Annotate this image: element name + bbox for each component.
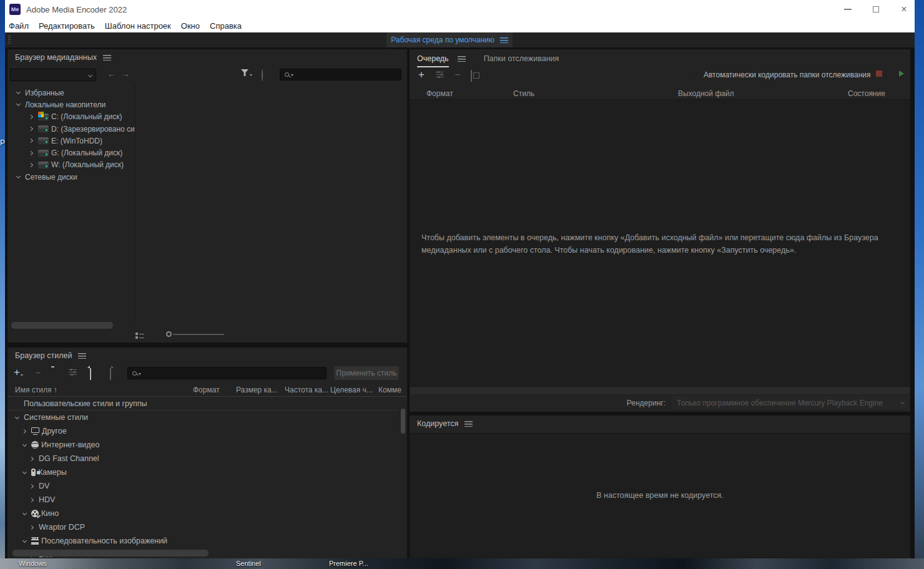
tree-item[interactable]: Пользовательские стили и группы — [7, 397, 398, 411]
minimize-icon — [844, 9, 852, 10]
chevron-expanded-icon[interactable] — [14, 173, 22, 182]
chevron-collapsed-icon[interactable] — [27, 125, 36, 134]
vertical-scrollbar[interactable] — [401, 409, 405, 434]
column-header-target-rate[interactable]: Целевая ч... — [330, 386, 373, 394]
chevron-collapsed-icon[interactable] — [27, 137, 36, 145]
column-header-preset[interactable]: Стиль — [513, 89, 534, 98]
renderer-dropdown[interactable]: Только программное обеспечение Mercury P… — [672, 396, 909, 409]
filter-button[interactable] — [241, 69, 252, 77]
chevron-collapsed-icon[interactable] — [27, 160, 36, 169]
remove-item-button[interactable]: − — [455, 70, 460, 80]
chevron-collapsed-icon[interactable] — [20, 427, 29, 435]
chevron-expanded-icon[interactable] — [14, 89, 22, 97]
close-button[interactable]: × — [890, 0, 915, 19]
chevron-collapsed-icon[interactable] — [27, 482, 36, 490]
panel-menu-icon[interactable] — [103, 55, 111, 61]
caret-down-icon — [21, 374, 23, 377]
view-options-icon[interactable] — [262, 69, 263, 81]
menu-preset[interactable]: Шаблон настроек — [105, 21, 171, 31]
menu-file[interactable]: Файл — [9, 21, 29, 31]
horizontal-scrollbar[interactable] — [11, 322, 113, 329]
renderer-value: Только программное обеспечение Mercury P… — [677, 399, 883, 407]
column-header-frame-size[interactable]: Размер ка... — [236, 386, 278, 394]
tree-item[interactable]: Wraptor DCP — [7, 520, 398, 534]
zoom-slider-track[interactable] — [173, 334, 224, 335]
export-preset-icon[interactable] — [110, 368, 111, 380]
tree-item[interactable]: Кино — [7, 507, 398, 520]
chevron-collapsed-icon[interactable] — [27, 523, 36, 532]
add-source-button[interactable]: + — [418, 69, 425, 80]
preset-browser-header: Браузер стилей — [7, 348, 407, 364]
column-header-output-file[interactable]: Выходной файл — [678, 89, 734, 98]
stop-queue-button[interactable] — [876, 71, 882, 77]
tab-watch-folders[interactable]: Папки отслеживания — [484, 54, 559, 63]
column-header-comment[interactable]: Комме — [378, 386, 401, 394]
menu-window[interactable]: Окно — [181, 21, 200, 31]
workspace-tab-default[interactable]: Рабочая среда по умолчанию — [386, 32, 513, 47]
desktop-icon-label-partial: P — [0, 139, 5, 147]
tree-item[interactable]: Другое — [7, 424, 398, 438]
location-dropdown[interactable] — [10, 69, 96, 81]
forward-button[interactable]: → — [120, 69, 131, 79]
tree-item[interactable]: Избранные — [7, 87, 135, 99]
chevron-collapsed-icon[interactable] — [27, 148, 36, 157]
tree-item[interactable]: W: (Локальный диск) — [7, 159, 135, 171]
horizontal-scrollbar[interactable] — [410, 387, 910, 394]
menu-help[interactable]: Справка — [210, 21, 242, 31]
chevron-expanded-icon[interactable] — [12, 413, 21, 422]
tree-item[interactable]: D: (Зарезервировано сис — [7, 123, 135, 135]
chevron-expanded-icon[interactable] — [20, 468, 29, 477]
delete-preset-button[interactable]: − — [35, 368, 41, 378]
add-preset-button[interactable]: + — [14, 367, 23, 377]
panel-menu-icon[interactable] — [458, 56, 466, 62]
preset-settings-icon[interactable] — [69, 369, 77, 376]
tree-item[interactable]: Интернет-видео — [7, 438, 398, 452]
duplicate-icon[interactable] — [471, 70, 472, 82]
apply-preset-button[interactable]: Применить стиль — [334, 366, 399, 380]
tree-item[interactable]: HDV — [7, 493, 398, 507]
chevron-collapsed-icon[interactable] — [27, 495, 36, 504]
list-view-icon[interactable] — [135, 332, 144, 339]
maximize-button[interactable] — [862, 0, 890, 19]
chevron-expanded-icon[interactable] — [14, 100, 22, 109]
workspace-menu-icon[interactable] — [500, 37, 508, 43]
column-header-name[interactable]: Имя стиля ↑ — [15, 386, 57, 394]
panel-grip[interactable] — [8, 36, 11, 44]
media-search-input[interactable] — [280, 69, 401, 80]
column-header-frame-rate[interactable]: Частота ка... — [285, 386, 328, 394]
chevron-expanded-icon[interactable] — [20, 509, 29, 518]
tree-item[interactable]: Камеры — [7, 465, 398, 479]
back-button[interactable]: ← — [106, 69, 117, 79]
import-preset-icon[interactable] — [90, 368, 91, 380]
zoom-slider-knob[interactable] — [166, 331, 172, 337]
globe-icon — [31, 441, 39, 449]
panel-menu-icon[interactable] — [78, 353, 86, 359]
chevron-expanded-icon[interactable] — [20, 440, 29, 449]
tab-queue[interactable]: Очередь — [417, 54, 449, 67]
tree-item[interactable]: E: (WinToHDD) — [7, 135, 135, 147]
queue-drop-area[interactable]: Чтобы добавить элементы в очередь, нажми… — [410, 99, 910, 387]
panel-menu-icon[interactable] — [464, 421, 473, 427]
preset-search-input[interactable] — [127, 367, 327, 379]
tree-item[interactable]: Сетевые диски — [7, 171, 135, 183]
column-header-format[interactable]: Формат — [426, 89, 453, 98]
chevron-collapsed-icon[interactable] — [27, 112, 36, 121]
tree-item[interactable]: Системные стили — [7, 411, 398, 424]
tree-item[interactable]: Последовательность изображений — [7, 534, 398, 548]
tree-item[interactable]: C: (Локальный диск) — [7, 111, 135, 123]
column-header-status[interactable]: Состояние — [848, 89, 885, 98]
chevron-expanded-icon[interactable] — [20, 537, 29, 545]
start-queue-button[interactable] — [899, 71, 904, 77]
tree-item[interactable]: DG Fast Channel — [7, 452, 398, 465]
tree-item-label: DV — [39, 482, 49, 490]
add-output-icon[interactable] — [436, 71, 444, 78]
horizontal-scrollbar[interactable] — [12, 550, 209, 557]
chevron-collapsed-icon[interactable] — [27, 454, 36, 463]
tree-item[interactable]: DV — [7, 479, 398, 493]
menu-edit[interactable]: Редактировать — [39, 21, 95, 31]
tree-item[interactable]: Локальные накопители — [7, 99, 135, 110]
tree-item[interactable]: G: (Локальный диск) — [7, 147, 135, 158]
minimize-button[interactable] — [834, 0, 862, 19]
panel-splitter[interactable] — [135, 84, 135, 322]
column-header-format[interactable]: Формат — [193, 386, 220, 394]
